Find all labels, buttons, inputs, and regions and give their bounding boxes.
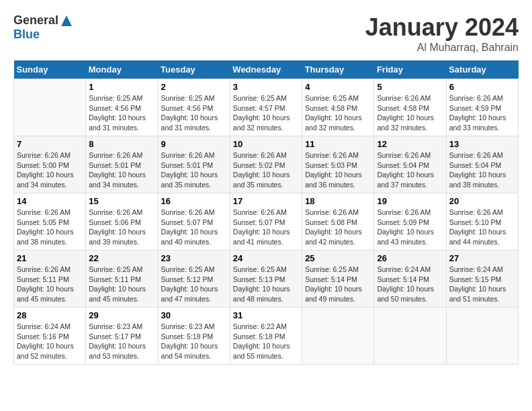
cell-sun-info: Sunrise: 6:23 AMSunset: 5:18 PMDaylight:… [161,322,227,361]
cell-sun-info: Sunrise: 6:24 AMSunset: 5:16 PMDaylight:… [17,322,83,361]
calendar-cell: 14Sunrise: 6:26 AMSunset: 5:05 PMDayligh… [14,193,86,250]
cell-sun-info: Sunrise: 6:25 AMSunset: 5:13 PMDaylight:… [233,265,299,304]
day-number: 9 [161,139,227,149]
logo-general-text: General [13,13,58,28]
cell-sun-info: Sunrise: 6:26 AMSunset: 5:08 PMDaylight:… [305,208,371,247]
day-number: 24 [233,253,299,263]
cell-sun-info: Sunrise: 6:26 AMSunset: 4:58 PMDaylight:… [377,93,443,133]
calendar-cell: 18Sunrise: 6:26 AMSunset: 5:08 PMDayligh… [302,193,374,250]
cell-sun-info: Sunrise: 6:25 AMSunset: 4:58 PMDaylight:… [305,93,371,133]
calendar-cell [14,79,86,136]
day-number: 22 [89,253,154,263]
day-number: 29 [89,310,154,320]
calendar-cell: 11Sunrise: 6:26 AMSunset: 5:03 PMDayligh… [302,136,374,193]
col-header-saturday: Saturday [446,60,518,79]
calendar-cell: 6Sunrise: 6:26 AMSunset: 4:59 PMDaylight… [446,79,518,136]
calendar-cell: 10Sunrise: 6:26 AMSunset: 5:02 PMDayligh… [230,136,302,193]
calendar-table: SundayMondayTuesdayWednesdayThursdayFrid… [13,60,519,365]
logo: General Blue [13,13,73,42]
calendar-cell: 21Sunrise: 6:26 AMSunset: 5:11 PMDayligh… [14,250,86,308]
day-number: 25 [305,253,371,263]
calendar-cell: 1Sunrise: 6:25 AMSunset: 4:56 PMDaylight… [86,79,158,136]
week-row-5: 28Sunrise: 6:24 AMSunset: 5:16 PMDayligh… [14,308,519,365]
day-number: 20 [449,196,515,206]
day-number: 14 [17,196,83,206]
calendar-cell: 26Sunrise: 6:24 AMSunset: 5:14 PMDayligh… [374,250,446,308]
cell-sun-info: Sunrise: 6:25 AMSunset: 5:14 PMDaylight:… [305,265,371,304]
col-header-thursday: Thursday [302,60,374,79]
week-row-4: 21Sunrise: 6:26 AMSunset: 5:11 PMDayligh… [14,250,519,308]
day-number: 31 [233,310,299,320]
cell-sun-info: Sunrise: 6:26 AMSunset: 5:09 PMDaylight:… [377,208,443,247]
calendar-title: January 2024 [365,13,519,42]
cell-sun-info: Sunrise: 6:26 AMSunset: 5:05 PMDaylight:… [17,208,83,247]
day-number: 13 [449,139,515,149]
day-number: 12 [377,139,443,149]
calendar-cell: 23Sunrise: 6:25 AMSunset: 5:12 PMDayligh… [158,250,230,308]
cell-sun-info: Sunrise: 6:26 AMSunset: 5:06 PMDaylight:… [89,208,154,247]
day-number: 26 [377,253,443,263]
cell-sun-info: Sunrise: 6:24 AMSunset: 5:14 PMDaylight:… [377,265,443,304]
day-number: 10 [233,139,299,149]
cell-sun-info: Sunrise: 6:26 AMSunset: 5:01 PMDaylight:… [89,150,154,190]
cell-sun-info: Sunrise: 6:22 AMSunset: 5:18 PMDaylight:… [233,322,299,361]
day-number: 11 [305,139,371,149]
calendar-cell: 13Sunrise: 6:26 AMSunset: 5:04 PMDayligh… [446,136,518,193]
calendar-cell: 29Sunrise: 6:23 AMSunset: 5:17 PMDayligh… [86,308,158,365]
day-number: 19 [377,196,443,206]
day-number: 5 [377,82,443,92]
calendar-cell: 8Sunrise: 6:26 AMSunset: 5:01 PMDaylight… [86,136,158,193]
logo-icon [60,14,73,28]
cell-sun-info: Sunrise: 6:26 AMSunset: 5:00 PMDaylight:… [17,150,83,190]
day-number: 28 [17,310,83,320]
cell-sun-info: Sunrise: 6:23 AMSunset: 5:17 PMDaylight:… [89,322,154,361]
calendar-cell [302,308,374,365]
calendar-cell: 25Sunrise: 6:25 AMSunset: 5:14 PMDayligh… [302,250,374,308]
day-number: 17 [233,196,299,206]
cell-sun-info: Sunrise: 6:26 AMSunset: 5:10 PMDaylight:… [449,208,515,247]
calendar-cell: 17Sunrise: 6:26 AMSunset: 5:07 PMDayligh… [230,193,302,250]
calendar-location: Al Muharraq, Bahrain [365,42,519,54]
cell-sun-info: Sunrise: 6:26 AMSunset: 5:07 PMDaylight:… [161,208,227,247]
calendar-cell: 2Sunrise: 6:25 AMSunset: 4:56 PMDaylight… [158,79,230,136]
calendar-cell [446,308,518,365]
logo-blue-text: Blue [13,28,40,42]
col-header-tuesday: Tuesday [158,60,230,79]
day-number: 30 [161,310,227,320]
calendar-cell: 24Sunrise: 6:25 AMSunset: 5:13 PMDayligh… [230,250,302,308]
col-header-sunday: Sunday [14,60,86,79]
day-number: 8 [89,139,154,149]
cell-sun-info: Sunrise: 6:26 AMSunset: 5:02 PMDaylight:… [233,150,299,190]
col-header-monday: Monday [86,60,158,79]
calendar-cell: 15Sunrise: 6:26 AMSunset: 5:06 PMDayligh… [86,193,158,250]
day-number: 16 [161,196,227,206]
calendar-cell: 9Sunrise: 6:26 AMSunset: 5:01 PMDaylight… [158,136,230,193]
calendar-cell: 3Sunrise: 6:25 AMSunset: 4:57 PMDaylight… [230,79,302,136]
title-block: January 2024 Al Muharraq, Bahrain [365,13,519,54]
day-number: 18 [305,196,371,206]
day-number: 1 [89,82,154,92]
week-row-3: 14Sunrise: 6:26 AMSunset: 5:05 PMDayligh… [14,193,519,250]
day-number: 23 [161,253,227,263]
cell-sun-info: Sunrise: 6:25 AMSunset: 5:11 PMDaylight:… [89,265,154,304]
calendar-cell: 4Sunrise: 6:25 AMSunset: 4:58 PMDaylight… [302,79,374,136]
calendar-cell [374,308,446,365]
cell-sun-info: Sunrise: 6:26 AMSunset: 4:59 PMDaylight:… [449,93,515,133]
cell-sun-info: Sunrise: 6:25 AMSunset: 4:56 PMDaylight:… [89,93,154,133]
calendar-cell: 28Sunrise: 6:24 AMSunset: 5:16 PMDayligh… [14,308,86,365]
week-row-1: 1Sunrise: 6:25 AMSunset: 4:56 PMDaylight… [14,79,519,136]
calendar-cell: 7Sunrise: 6:26 AMSunset: 5:00 PMDaylight… [14,136,86,193]
calendar-cell: 30Sunrise: 6:23 AMSunset: 5:18 PMDayligh… [158,308,230,365]
cell-sun-info: Sunrise: 6:26 AMSunset: 5:03 PMDaylight:… [305,150,371,190]
day-number: 3 [233,82,299,92]
day-number: 7 [17,139,83,149]
calendar-cell: 16Sunrise: 6:26 AMSunset: 5:07 PMDayligh… [158,193,230,250]
day-number: 6 [449,82,515,92]
col-header-wednesday: Wednesday [230,60,302,79]
cell-sun-info: Sunrise: 6:26 AMSunset: 5:04 PMDaylight:… [449,150,515,190]
calendar-cell: 12Sunrise: 6:26 AMSunset: 5:04 PMDayligh… [374,136,446,193]
cell-sun-info: Sunrise: 6:25 AMSunset: 4:56 PMDaylight:… [161,93,227,133]
cell-sun-info: Sunrise: 6:24 AMSunset: 5:15 PMDaylight:… [449,265,515,304]
calendar-cell: 5Sunrise: 6:26 AMSunset: 4:58 PMDaylight… [374,79,446,136]
calendar-cell: 20Sunrise: 6:26 AMSunset: 5:10 PMDayligh… [446,193,518,250]
